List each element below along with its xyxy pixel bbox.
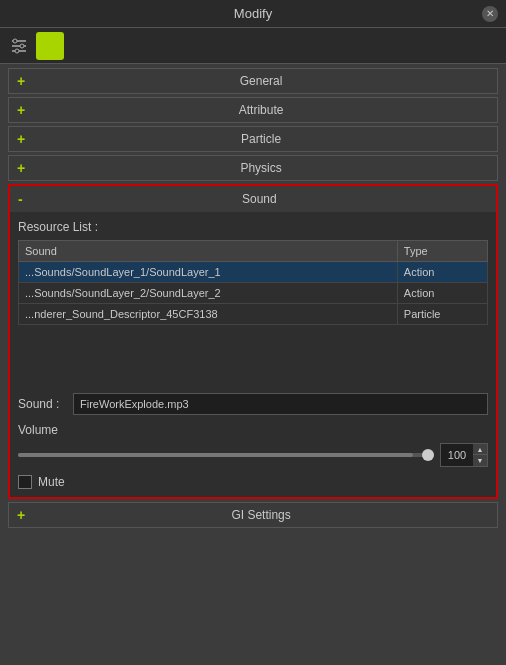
type-cell-1: Action	[397, 283, 487, 304]
svg-point-5	[15, 49, 19, 53]
particle-label: Particle	[33, 132, 489, 146]
general-section-header[interactable]: + General	[8, 68, 498, 94]
col-header-sound: Sound	[19, 241, 398, 262]
resource-list-label: Resource List :	[18, 220, 488, 234]
type-cell-2: Particle	[397, 304, 487, 325]
sound-field-row: Sound :	[18, 393, 488, 415]
gi-label: GI Settings	[33, 508, 489, 522]
sound-section: - Sound Resource List : Sound Type ...So…	[8, 184, 498, 499]
empty-area	[18, 333, 488, 393]
table-row[interactable]: ...Sounds/SoundLayer_1/SoundLayer_1 Acti…	[19, 262, 488, 283]
particle-section-header[interactable]: + Particle	[8, 126, 498, 152]
sound-cell-2: ...nderer_Sound_Descriptor_45CF3138	[19, 304, 398, 325]
svg-point-3	[13, 39, 17, 43]
svg-point-4	[20, 44, 24, 48]
general-toggle-icon: +	[17, 74, 25, 88]
volume-slider-row: ▲ ▼	[18, 443, 488, 467]
sound-field-input[interactable]	[73, 393, 488, 415]
volume-slider-fill	[18, 453, 413, 457]
volume-decrement-button[interactable]: ▼	[473, 455, 487, 466]
table-row[interactable]: ...nderer_Sound_Descriptor_45CF3138 Part…	[19, 304, 488, 325]
title-text: Modify	[234, 6, 272, 21]
svg-marker-6	[41, 38, 59, 54]
volume-increment-button[interactable]: ▲	[473, 444, 487, 455]
close-button[interactable]: ✕	[482, 6, 498, 22]
mute-checkbox[interactable]	[18, 475, 32, 489]
gi-toggle-icon: +	[17, 507, 25, 523]
attribute-label: Attribute	[33, 103, 489, 117]
mute-label: Mute	[38, 475, 65, 489]
volume-label: Volume	[18, 423, 488, 437]
type-cell-0: Action	[397, 262, 487, 283]
physics-label: Physics	[33, 161, 489, 175]
volume-spinner: ▲ ▼	[440, 443, 488, 467]
volume-slider-track[interactable]	[18, 453, 434, 457]
mute-row: Mute	[18, 475, 488, 489]
volume-slider-thumb[interactable]	[422, 449, 434, 461]
general-label: General	[33, 74, 489, 88]
physics-toggle-icon: +	[17, 161, 25, 175]
title-bar: Modify ✕	[0, 0, 506, 28]
attribute-section-header[interactable]: + Attribute	[8, 97, 498, 123]
sections-container: + General + Attribute + Particle + Physi…	[0, 64, 506, 532]
sound-label: Sound	[31, 192, 488, 206]
gi-section-header[interactable]: + GI Settings	[8, 502, 498, 528]
fx-icon[interactable]	[36, 32, 64, 60]
filter-icon[interactable]	[8, 35, 30, 57]
sound-cell-1: ...Sounds/SoundLayer_2/SoundLayer_2	[19, 283, 398, 304]
toolbar	[0, 28, 506, 64]
physics-section-header[interactable]: + Physics	[8, 155, 498, 181]
particle-toggle-icon: +	[17, 132, 25, 146]
sound-toggle-icon: -	[18, 191, 23, 207]
attribute-toggle-icon: +	[17, 103, 25, 117]
sound-field-label: Sound :	[18, 397, 73, 411]
volume-spinner-buttons: ▲ ▼	[473, 444, 487, 466]
volume-value-input[interactable]	[441, 444, 473, 466]
sound-cell-0: ...Sounds/SoundLayer_1/SoundLayer_1	[19, 262, 398, 283]
sound-section-header[interactable]: - Sound	[10, 186, 496, 212]
table-row[interactable]: ...Sounds/SoundLayer_2/SoundLayer_2 Acti…	[19, 283, 488, 304]
col-header-type: Type	[397, 241, 487, 262]
sound-content: Resource List : Sound Type ...Sounds/Sou…	[10, 212, 496, 497]
sound-table: Sound Type ...Sounds/SoundLayer_1/SoundL…	[18, 240, 488, 325]
